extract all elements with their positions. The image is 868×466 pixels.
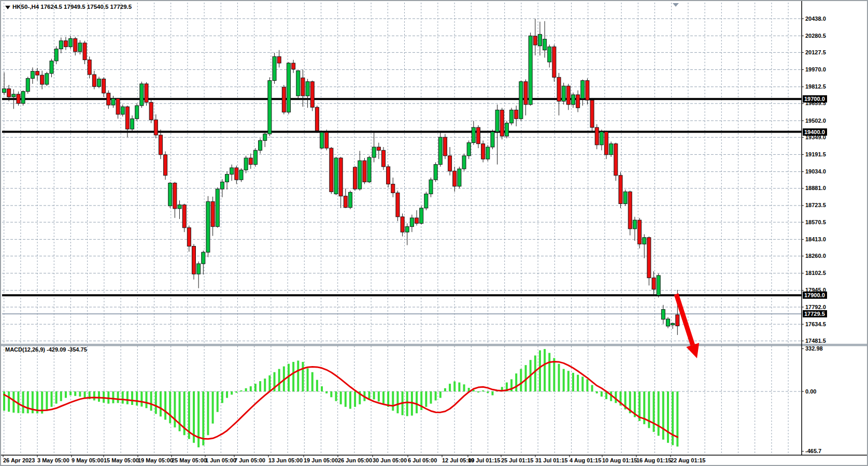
macd-histogram-bar xyxy=(221,391,223,403)
macd-histogram-bar xyxy=(458,383,460,391)
macd-histogram-bar xyxy=(667,391,669,443)
macd-histogram-bar xyxy=(164,391,166,420)
macd-histogram-bar xyxy=(539,351,541,391)
macd-histogram-bar xyxy=(160,391,162,416)
candle-bull xyxy=(538,34,542,46)
candle-bull xyxy=(495,110,499,132)
candle-bull xyxy=(424,194,428,208)
macd-histogram-bar xyxy=(140,391,143,406)
macd-histogram-bar xyxy=(297,360,299,391)
candle-bull xyxy=(405,227,409,232)
time-label: 25 May 05:00 xyxy=(172,457,207,464)
candle-bear xyxy=(249,158,252,165)
price-level-box: 19400.0 xyxy=(803,128,827,136)
candle-bear xyxy=(292,63,295,69)
time-label: 16 Aug 01:15 xyxy=(636,457,671,464)
price-label: 20127.5 xyxy=(805,49,826,56)
candle-bull xyxy=(54,49,58,61)
macd-histogram-bar xyxy=(672,391,674,445)
candle-bear xyxy=(533,36,537,45)
macd-histogram-bar xyxy=(254,384,257,391)
macd-histogram-bar xyxy=(596,391,598,394)
macd-histogram-bar xyxy=(212,391,214,424)
price-label: 17634.5 xyxy=(805,321,826,328)
candle-bull xyxy=(657,275,660,295)
macd-histogram-bar xyxy=(477,391,479,392)
macd-histogram-bar xyxy=(264,378,266,391)
macd-histogram-bar xyxy=(658,391,660,436)
candle-bull xyxy=(562,86,565,101)
macd-histogram-bar xyxy=(349,391,351,409)
candle-bull xyxy=(666,319,670,326)
candle-bear xyxy=(107,93,110,105)
macd-histogram-bar xyxy=(98,391,100,402)
macd-histogram-bar xyxy=(146,391,148,408)
candle-bull xyxy=(178,205,181,209)
candle-bear xyxy=(182,205,186,228)
candle-bull xyxy=(462,156,466,169)
candle-bear xyxy=(566,86,570,105)
macd-histogram-bar xyxy=(307,368,309,391)
candle-bear xyxy=(173,183,177,208)
macd-histogram-bar xyxy=(515,373,517,391)
candle-bull xyxy=(491,132,494,147)
candle-bear xyxy=(164,155,167,176)
candle-bull xyxy=(600,132,603,145)
macd-histogram-bar xyxy=(449,384,451,391)
time-label: 19 Jul 01:15 xyxy=(468,457,500,464)
candle-bull xyxy=(543,39,547,50)
macd-histogram-bar xyxy=(601,391,603,397)
candle-bear xyxy=(282,87,286,112)
candle-bear xyxy=(74,39,77,52)
macd-histogram-bar xyxy=(311,372,314,391)
macd-histogram-bar xyxy=(406,391,408,416)
candle-bull xyxy=(230,168,234,174)
candle-bull xyxy=(296,71,300,96)
candle-bull xyxy=(505,123,508,136)
candle-bull xyxy=(661,310,665,319)
candle-bear xyxy=(83,43,87,60)
macd-histogram-bar xyxy=(548,353,550,391)
candle-bull xyxy=(111,98,115,105)
chart-shift-marker-icon xyxy=(673,3,679,7)
candle-bear xyxy=(500,110,504,136)
macd-histogram-bar xyxy=(231,391,233,395)
candle-bull xyxy=(225,174,229,182)
candle-bear xyxy=(36,71,39,75)
candle-bull xyxy=(358,161,362,189)
candle-bear xyxy=(330,148,333,192)
macd-histogram-bar xyxy=(534,356,536,391)
mt4-chart-window: HK50-,H4 17624.5 17949.5 17540.5 17729.5… xyxy=(0,0,868,466)
candle-bear xyxy=(448,156,452,171)
candle-bear xyxy=(391,184,395,193)
candle-bear xyxy=(149,103,153,120)
candle-bull xyxy=(519,82,523,119)
candle-bull xyxy=(467,143,471,156)
candle-bull xyxy=(59,41,63,49)
chart-surface[interactable] xyxy=(1,1,868,466)
macd-histogram-bar xyxy=(8,391,10,412)
macd-axis-label: -465.7 xyxy=(805,448,821,455)
candle-bear xyxy=(396,193,400,216)
time-label: 25 Jul 01:15 xyxy=(501,457,533,464)
macd-axis-label: 332.98 xyxy=(805,345,823,352)
candle-bear xyxy=(17,94,20,104)
candle-bear xyxy=(192,246,196,274)
candle-bull xyxy=(434,165,437,180)
candle-bull xyxy=(168,183,172,206)
macd-axis-label: 0.00 xyxy=(805,388,816,395)
macd-histogram-bar xyxy=(392,391,394,411)
candle-bull xyxy=(472,127,475,142)
candle-bear xyxy=(638,220,642,244)
macd-histogram-bar xyxy=(572,373,574,391)
macd-histogram-bar xyxy=(131,391,133,405)
candle-bear xyxy=(344,196,347,208)
price-level-box: 17900.0 xyxy=(803,292,827,299)
candle-bear xyxy=(443,137,447,156)
candle-bear xyxy=(552,47,556,77)
macd-histogram-bar xyxy=(340,391,342,404)
candle-bull xyxy=(253,150,257,164)
candle-bull xyxy=(131,119,134,129)
macd-histogram-bar xyxy=(354,391,356,407)
symbol-info-header: HK50-,H4 17624.5 17949.5 17540.5 17729.5 xyxy=(12,4,132,10)
